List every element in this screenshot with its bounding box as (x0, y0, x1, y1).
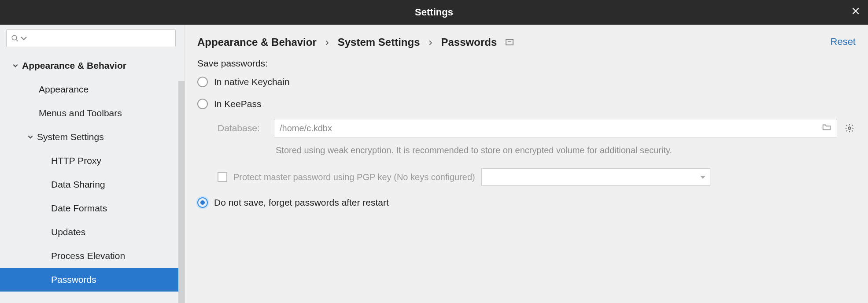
radio-label: In KeePass (214, 99, 261, 109)
keepass-subgroup: Database: /home/c.kdbx Stored using weak… (218, 119, 856, 186)
radio-icon (197, 197, 208, 208)
tree-item-label: HTTP Proxy (51, 155, 101, 166)
window-icon (506, 39, 513, 45)
window-titlebar: Settings (0, 0, 868, 25)
option-native-keychain[interactable]: In native Keychain (197, 77, 856, 87)
tree-system-settings[interactable]: System Settings (0, 125, 185, 149)
svg-point-0 (12, 35, 17, 40)
tree-menus-toolbars[interactable]: Menus and Toolbars (0, 101, 185, 125)
encryption-hint: Stored using weak encryption. It is reco… (276, 144, 690, 157)
save-passwords-label: Save passwords: (197, 58, 856, 69)
settings-sidebar: Appearance & Behavior Appearance Menus a… (0, 25, 185, 303)
reset-button[interactable]: Reset (831, 36, 856, 48)
radio-label: Do not save, forget passwords after rest… (214, 197, 389, 208)
tree-item-label: Data Sharing (51, 179, 105, 190)
tree-data-sharing[interactable]: Data Sharing (0, 173, 185, 196)
database-path-value: /home/c.kdbx (280, 123, 332, 133)
tree-item-label: Menus and Toolbars (39, 108, 122, 118)
tree-date-formats[interactable]: Date Formats (0, 196, 185, 220)
browse-folder-icon[interactable] (822, 122, 831, 134)
chevron-right-icon: › (429, 36, 432, 48)
option-keepass[interactable]: In KeePass (197, 99, 856, 109)
search-icon (11, 34, 19, 42)
option-do-not-save[interactable]: Do not save, forget passwords after rest… (197, 197, 856, 208)
breadcrumb: Appearance & Behavior › System Settings … (197, 36, 856, 48)
tree-item-label: Updates (51, 227, 85, 237)
radio-icon (197, 77, 208, 87)
tree-process-elevation[interactable]: Process Elevation (0, 244, 185, 268)
chevron-right-icon: › (325, 36, 329, 48)
pgp-checkbox[interactable] (218, 172, 227, 182)
tree-item-label: System Settings (37, 132, 104, 142)
breadcrumb-mid[interactable]: System Settings (338, 36, 420, 48)
tree-item-label: Appearance (39, 84, 89, 95)
pgp-protection-row: Protect master password using PGP key (N… (218, 168, 856, 186)
svg-line-1 (16, 39, 18, 41)
tree-passwords[interactable]: Passwords (0, 268, 185, 292)
tree-item-label: Process Elevation (51, 251, 125, 261)
chevron-down-icon (20, 34, 28, 42)
database-path-input[interactable]: /home/c.kdbx (274, 119, 837, 137)
svg-point-2 (848, 127, 851, 129)
window-close-button[interactable] (851, 7, 860, 18)
settings-content: Appearance & Behavior › System Settings … (185, 25, 868, 303)
pgp-label: Protect master password using PGP key (N… (233, 172, 475, 182)
tree-updates[interactable]: Updates (0, 220, 185, 244)
tree-item-label: Date Formats (51, 203, 107, 214)
breadcrumb-root[interactable]: Appearance & Behavior (197, 36, 317, 48)
gear-icon (845, 123, 854, 133)
tree-item-label: Appearance & Behavior (22, 60, 126, 71)
radio-label: In native Keychain (214, 77, 290, 87)
tree-http-proxy[interactable]: HTTP Proxy (0, 149, 185, 173)
chevron-down-icon (11, 63, 20, 69)
pgp-key-select[interactable] (481, 168, 710, 186)
breadcrumb-leaf: Passwords (441, 36, 497, 48)
database-label: Database: (218, 123, 268, 133)
chevron-down-icon (700, 176, 705, 179)
close-icon (851, 7, 860, 15)
chevron-down-icon (26, 134, 35, 140)
database-settings-button[interactable] (843, 122, 856, 134)
tree-appearance-behavior[interactable]: Appearance & Behavior (0, 54, 185, 78)
window-title: Settings (415, 7, 453, 18)
tree-appearance[interactable]: Appearance (0, 78, 185, 101)
tree-item-label: Passwords (51, 274, 96, 285)
sidebar-scrollbar[interactable] (178, 81, 185, 303)
settings-tree: Appearance & Behavior Appearance Menus a… (0, 52, 185, 303)
settings-search-input[interactable] (6, 30, 176, 47)
radio-icon (197, 99, 208, 109)
